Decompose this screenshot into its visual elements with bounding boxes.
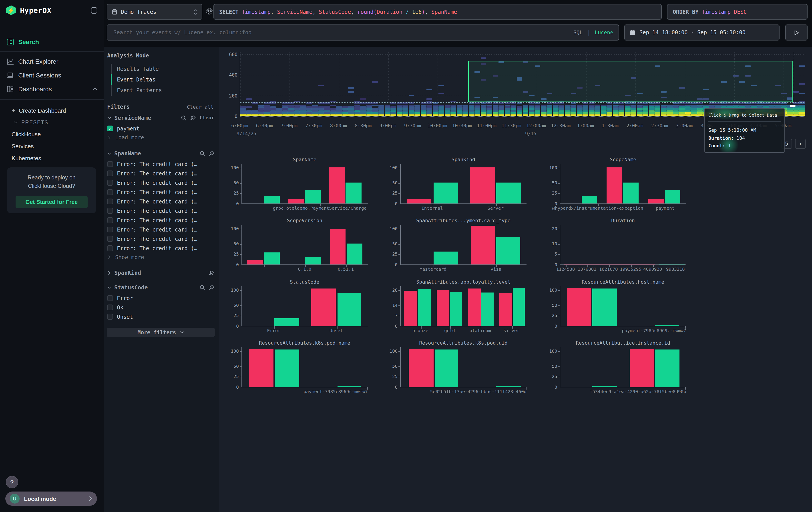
search-icon[interactable] [200, 151, 205, 156]
checkbox-checked[interactable]: ✓ [107, 126, 113, 131]
filter-option-row[interactable]: Error: The credit card (… [107, 215, 214, 225]
delta-chart-resourceattribu-ice-instance-id[interactable]: ResourceAttribu..ice.instance.id02550100… [542, 340, 693, 399]
search-input[interactable] [113, 29, 569, 36]
checkbox[interactable] [107, 208, 113, 214]
preset-clickhouse[interactable]: ClickHouse [0, 128, 104, 140]
heatmap-cell [420, 114, 426, 116]
x-axis-label: 8:00pm [330, 123, 347, 128]
heatmap-cell [637, 104, 643, 106]
clear-all-filters-link[interactable]: Clear all [187, 104, 213, 110]
preset-kubernetes[interactable]: Kubernetes [0, 152, 104, 164]
search-icon[interactable] [200, 285, 205, 290]
pin-icon[interactable] [209, 270, 214, 275]
filter-option-row[interactable]: Error: The credit card (… [107, 206, 214, 215]
bar-green [496, 183, 521, 204]
heatmap-cell [655, 104, 661, 106]
sidebar-item-client-sessions[interactable]: Client Sessions [0, 68, 104, 82]
filter-option-row[interactable]: Error: The credit card (… [107, 244, 214, 253]
delta-chart-spankind[interactable]: SpanKind02550100InternalServer [382, 157, 533, 215]
pin-icon[interactable] [190, 115, 196, 120]
more-filters-button[interactable]: More filters [107, 328, 215, 337]
filter-option-row[interactable]: Error: The credit card (… [107, 159, 214, 169]
show-more-link[interactable]: Show more [107, 253, 214, 262]
next-page-button[interactable]: › [795, 139, 806, 149]
filter-group-header[interactable]: ServiceNameClear [107, 114, 214, 121]
checkbox[interactable] [107, 170, 113, 176]
filter-option-row[interactable]: Error [107, 293, 214, 303]
local-mode-menu[interactable]: U Local mode [5, 491, 97, 506]
collapse-sidebar-icon[interactable] [91, 7, 97, 14]
pin-icon[interactable] [209, 151, 214, 156]
checkbox[interactable] [107, 236, 113, 242]
delta-chart-resourceattributes-k8s-pod-name[interactable]: ResourceAttributes.k8s.pod.name02550100p… [224, 340, 375, 399]
filter-option-row[interactable]: Error: The credit card (… [107, 234, 214, 244]
order-by-expression: ORDER BY Timestamp DESC [673, 9, 747, 15]
clear-group-link[interactable]: Clear [200, 115, 214, 120]
analysis-mode-results-table[interactable]: Results Table [107, 64, 214, 74]
filter-option-row[interactable]: Error: The credit card (… [107, 169, 214, 178]
checkbox[interactable] [107, 217, 113, 223]
plus-icon: + [11, 107, 15, 114]
filter-group-header[interactable]: StatusCode [107, 284, 214, 291]
search-icon[interactable] [181, 115, 186, 120]
delta-chart-statuscode[interactable]: StatusCode02550100ErrorUnset [224, 279, 375, 338]
run-query-button[interactable] [785, 25, 808, 41]
y-axis-label: 0 [542, 201, 557, 206]
heatmap-cell [553, 114, 558, 116]
delta-chart-scopename[interactable]: ScopeName02550100@hyperdx/instrumentatio… [542, 157, 693, 215]
chart-title: SpanName [241, 157, 368, 162]
checkbox[interactable] [107, 304, 113, 310]
lang-toggle-sql[interactable]: SQL [574, 29, 583, 36]
filter-option-row[interactable]: Error: The credit card (… [107, 178, 214, 187]
filter-option-row[interactable]: ✓payment [107, 124, 214, 133]
create-dashboard-button[interactable]: +Create Dashboard [0, 104, 104, 117]
heatmap-cell [384, 112, 390, 114]
analysis-mode-event-patterns[interactable]: Event Patterns [107, 85, 214, 96]
checkbox[interactable] [107, 161, 113, 167]
filter-option-row[interactable]: Error: The credit card (… [107, 197, 214, 206]
help-button[interactable]: ? [6, 476, 18, 488]
selection-rectangle[interactable] [468, 61, 793, 102]
load-more-link[interactable]: Load more [107, 133, 214, 142]
duration-heatmap[interactable] [240, 52, 805, 117]
filter-option-row[interactable]: Ok [107, 303, 214, 312]
heatmap-cell [414, 110, 420, 112]
presets-section-toggle[interactable]: PRESETS [0, 117, 104, 128]
delta-chart-resourceattributes-k8s-pod-uid[interactable]: ResourceAttributes.k8s.pod.uid025501005e… [382, 340, 533, 399]
filter-option-row[interactable]: Error: The credit card (… [107, 187, 214, 197]
time-range-picker[interactable]: Sep 14 18:00:00 - Sep 15 05:30:00 [624, 25, 780, 41]
checkbox[interactable] [107, 314, 113, 320]
heatmap-cell [631, 106, 637, 108]
preset-services[interactable]: Services [0, 140, 104, 152]
filter-option-row[interactable]: Error: The credit card (… [107, 225, 214, 234]
sidebar-item-dashboards[interactable]: Dashboards [0, 82, 104, 96]
heatmap-cell [402, 112, 408, 114]
get-started-button[interactable]: Get Started for Free [16, 196, 88, 208]
delta-chart-spanattributes-app-loyalty-level[interactable]: SpanAttributes.app.loyalty.level071428br… [382, 279, 533, 338]
filter-group-header[interactable]: SpanName [107, 150, 214, 157]
sidebar-item-search[interactable]: Search [0, 35, 104, 49]
pin-icon[interactable] [209, 285, 214, 290]
delta-chart-duration[interactable]: Duration05102011245381376801162107019935… [542, 218, 693, 276]
checkbox[interactable] [107, 189, 113, 195]
filter-group-header[interactable]: SpanKind [107, 269, 214, 276]
checkbox[interactable] [107, 180, 113, 186]
checkbox[interactable] [107, 245, 113, 251]
delta-chart-resourceattributes-host-name[interactable]: ResourceAttributes.host.name02550100paym… [542, 279, 693, 338]
delta-chart-scopeversion[interactable]: ScopeVersion025501000.1.00.51.1 [224, 218, 375, 276]
lang-toggle-lucene[interactable]: Lucene [595, 29, 613, 36]
filter-option-row[interactable]: Unset [107, 312, 214, 321]
order-by-editor[interactable]: ORDER BY Timestamp DESC [667, 4, 808, 20]
gear-icon[interactable] [205, 7, 213, 15]
analysis-mode-event-deltas[interactable]: Event Deltas [107, 74, 214, 85]
delta-chart-spanname[interactable]: SpanName02550100grpc.oteldemo.PaymentSer… [224, 157, 375, 215]
sidebar-item-chart-explorer[interactable]: Chart Explorer [0, 54, 104, 68]
heatmap-cell [360, 112, 366, 114]
drag-handle[interactable] [790, 105, 795, 107]
sql-select-editor[interactable]: SELECT Timestamp, ServiceName, StatusCod… [213, 4, 662, 20]
checkbox[interactable] [107, 295, 113, 301]
source-select[interactable]: Demo Traces [107, 4, 202, 20]
checkbox[interactable] [107, 198, 113, 204]
delta-chart-spanattributes-yment-card-type[interactable]: SpanAttributes...yment.card_type02550100… [382, 218, 533, 276]
checkbox[interactable] [107, 226, 113, 233]
